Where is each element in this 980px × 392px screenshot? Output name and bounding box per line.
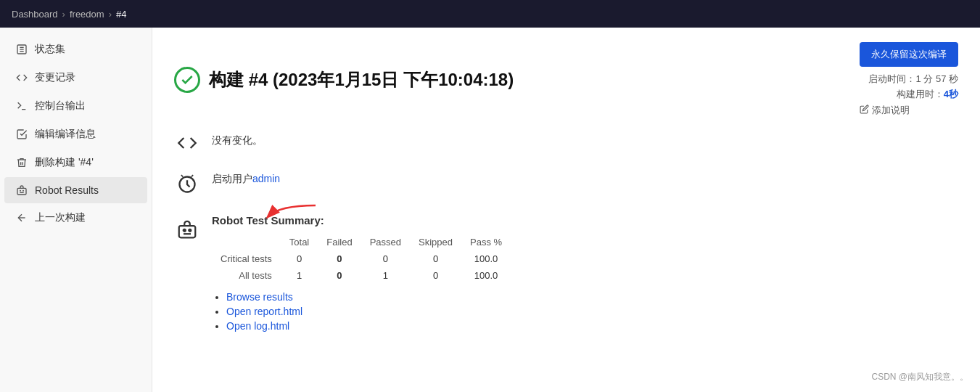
watermark: CSDN @南风知我意。。 (871, 371, 968, 383)
open-report-link[interactable]: Open report.html (226, 306, 302, 317)
svg-point-12 (184, 229, 186, 232)
open-log-link[interactable]: Open log.html (226, 320, 289, 332)
success-icon (174, 67, 200, 93)
row-failed-all: 0 (318, 267, 361, 284)
row-passpct-all: 100.0 (461, 267, 511, 284)
link-item-browse: Browse results (226, 291, 958, 303)
breadcrumb-freedom[interactable]: freedom (70, 9, 104, 20)
triggered-label: 启动用户 (212, 173, 252, 184)
build-actions: 永久保留这次编译 启动时间：1 分 57 秒 构建用时：4秒 添加说明 (860, 42, 958, 117)
row-passed-all: 1 (361, 267, 410, 284)
sidebar-label-prev-build: 上一次构建 (35, 211, 86, 224)
no-change-text: 没有变化。 (212, 131, 958, 147)
row-total-critical: 0 (281, 250, 318, 267)
sidebar-label-compiler-info: 编辑编译信息 (35, 128, 96, 141)
sidebar-item-change-log[interactable]: 变更记录 (4, 64, 147, 91)
breadcrumb-dashboard[interactable]: Dashboard (12, 9, 58, 20)
robot-summary-icon (174, 216, 200, 245)
row-passed-critical: 0 (361, 250, 410, 267)
breadcrumb-current: #4 (116, 9, 126, 20)
clock-icon (174, 174, 200, 200)
pencil-icon (860, 105, 869, 116)
sidebar-item-compiler-info[interactable]: 编辑编译信息 (4, 121, 147, 148)
breadcrumb-bar: Dashboard › freedom › #4 (0, 0, 980, 28)
robot-summary-content: Robot Test Summary: Total Failed Passed … (212, 214, 958, 335)
build-time-label: 构建用时： (897, 89, 944, 99)
code-bracket-icon (174, 133, 200, 158)
list-icon (16, 44, 28, 55)
edit-icon (16, 128, 28, 140)
sidebar-label-status-set: 状态集 (35, 43, 65, 56)
col-failed: Failed (318, 234, 361, 250)
robot-test-table: Total Failed Passed Skipped Pass % Criti… (212, 234, 511, 284)
keep-build-button[interactable]: 永久保留这次编译 (860, 42, 958, 67)
trash-icon (16, 157, 28, 168)
table-row-all: All tests 1 0 1 0 100.0 (212, 267, 511, 284)
breadcrumb-sep2: › (109, 9, 112, 20)
triggered-text: 启动用户admin (212, 173, 958, 186)
sidebar-item-delete-build[interactable]: 删除构建 '#4' (4, 149, 147, 176)
startup-time: 启动时间：1 分 57 秒 (868, 73, 958, 86)
code-icon (16, 72, 28, 83)
col-skipped: Skipped (410, 234, 461, 250)
browse-results-link[interactable]: Browse results (226, 291, 293, 303)
link-item-report: Open report.html (226, 306, 958, 317)
col-total: Total (281, 234, 318, 250)
main-content: 构建 #4 (2023年1月15日 下午10:04:18) 永久保留这次编译 启… (152, 28, 980, 392)
sidebar-label-robot-results: Robot Results (35, 184, 99, 196)
svg-rect-5 (17, 188, 26, 195)
sidebar-label-change-log: 变更记录 (35, 71, 75, 84)
breadcrumb-sep1: › (62, 9, 65, 20)
build-meta: 启动时间：1 分 57 秒 构建用时：4秒 (860, 73, 958, 101)
triggered-section: 启动用户admin (174, 173, 958, 200)
sidebar-item-status-set[interactable]: 状态集 (4, 36, 147, 63)
result-links-list: Browse results Open report.html Open log… (212, 291, 958, 332)
build-title-area: 构建 #4 (2023年1月15日 下午10:04:18) (174, 67, 514, 93)
sidebar-label-delete-build: 删除构建 '#4' (35, 156, 94, 169)
robot-summary-title: Robot Test Summary: (212, 214, 958, 226)
row-failed-critical: 0 (318, 250, 361, 267)
triggered-user-link[interactable]: admin (252, 173, 280, 184)
svg-rect-11 (179, 226, 196, 237)
col-passed: Passed (361, 234, 410, 250)
robot-icon (16, 184, 28, 196)
no-change-section: 没有变化。 (174, 131, 958, 158)
row-skipped-all: 0 (410, 267, 461, 284)
add-note-area[interactable]: 添加说明 (860, 104, 958, 117)
add-note-label: 添加说明 (872, 104, 910, 117)
sidebar: 状态集 变更记录 控制台输出 编辑编译信 (0, 28, 152, 392)
svg-point-13 (189, 229, 191, 232)
col-empty (212, 234, 281, 250)
row-label-all: All tests (212, 267, 281, 284)
sidebar-label-console-output: 控制台输出 (35, 99, 86, 113)
row-label-critical: Critical tests (212, 250, 281, 267)
link-item-log: Open log.html (226, 320, 958, 332)
sidebar-item-console-output[interactable]: 控制台输出 (4, 92, 147, 120)
col-pass-pct: Pass % (461, 234, 511, 250)
robot-results-section: Robot Test Summary: Total Failed Passed … (174, 214, 958, 335)
back-icon (16, 212, 28, 224)
build-header: 构建 #4 (2023年1月15日 下午10:04:18) 永久保留这次编译 启… (174, 42, 958, 117)
build-time: 构建用时：4秒 (897, 88, 958, 101)
triggered-content: 启动用户admin (212, 173, 958, 186)
sidebar-item-prev-build[interactable]: 上一次构建 (4, 204, 147, 232)
row-total-all: 1 (281, 267, 318, 284)
row-skipped-critical: 0 (410, 250, 461, 267)
row-passpct-critical: 100.0 (461, 250, 511, 267)
build-title: 构建 #4 (2023年1月15日 下午10:04:18) (209, 68, 514, 91)
table-row-critical: Critical tests 0 0 0 0 100.0 (212, 250, 511, 267)
build-time-value[interactable]: 4秒 (944, 89, 958, 99)
no-change-content: 没有变化。 (212, 131, 958, 147)
terminal-icon (16, 100, 28, 112)
sidebar-item-robot-results[interactable]: Robot Results (4, 177, 147, 203)
